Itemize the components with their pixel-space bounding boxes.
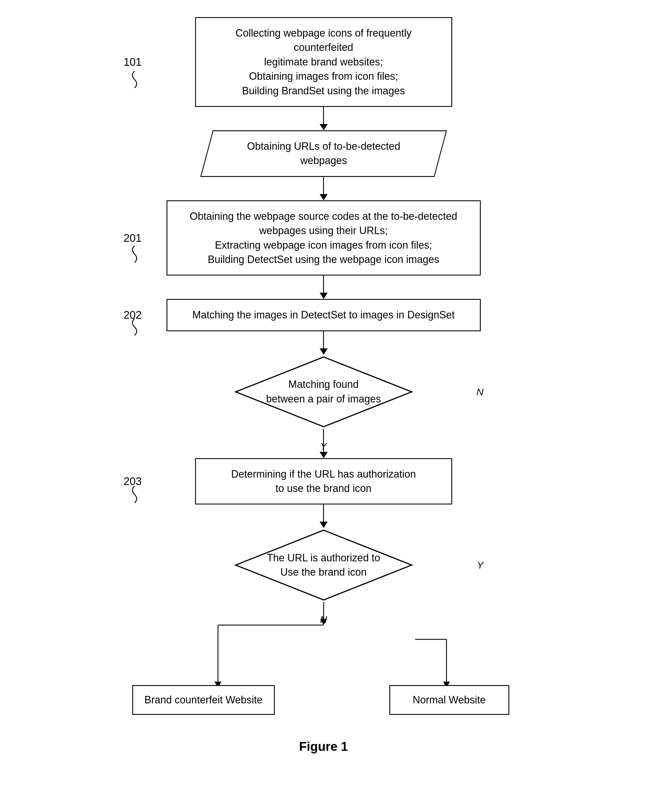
figure-caption: Figure 1 (299, 739, 348, 754)
arrow-head (320, 194, 328, 200)
arrow-line (323, 429, 324, 452)
diamond-1-N-label: N (476, 386, 484, 397)
bottom-connectors: Brand counterfeit Website Normal Website (95, 602, 552, 717)
step-201-label: 201 (124, 232, 142, 244)
box-203-text: Determining if the URL has authorization… (231, 468, 416, 494)
step-203-squiggle (129, 486, 140, 503)
arrow-203-to-diamond2 (320, 504, 328, 528)
step-101-label: 101 (124, 56, 142, 68)
diamond-2-Y-label: Y (477, 560, 484, 571)
arrow-101-to-para (320, 107, 328, 130)
brand-counterfeit-box: Brand counterfeit Website (132, 685, 275, 715)
diamond-2: The URL is authorized to Use the brand i… (232, 528, 415, 602)
parallelogram-text: Obtaining URLs of to-be-detected webpage… (230, 139, 417, 168)
box-201-text: Obtaining the webpage source codes at th… (190, 211, 457, 265)
arrow-202-to-diamond1 (320, 331, 328, 355)
box-201: Obtaining the webpage source codes at th… (166, 200, 481, 276)
arrow-line (323, 276, 324, 293)
normal-website-box: Normal Website (389, 685, 509, 715)
parallelogram-row: Obtaining URLs of to-be-detected webpage… (207, 130, 441, 177)
step-101-row: 101 Collecting webpage icons of frequent… (67, 17, 581, 107)
box-203: Determining if the URL has authorization… (195, 458, 452, 505)
arrow-head (320, 124, 328, 130)
diamond2-row: The URL is authorized to Use the brand i… (67, 528, 581, 602)
arrow-head (320, 452, 328, 458)
step-202-squiggle (129, 318, 140, 336)
arrow-head (320, 348, 328, 355)
svg-marker-3 (320, 619, 327, 625)
box-202: Matching the images in DetectSet to imag… (166, 299, 481, 331)
step-201-row: 201 Obtaining the webpage source codes a… (67, 200, 581, 276)
arrow-para-to-201 (320, 177, 328, 200)
arrow-201-to-202 (320, 276, 328, 299)
normal-website-text: Normal Website (413, 694, 486, 706)
box-202-text: Matching the images in DetectSet to imag… (192, 309, 454, 321)
arrow-line (323, 177, 324, 194)
arrow-diamond1-to-203 (320, 429, 328, 458)
box-101: Collecting webpage icons of frequently c… (195, 17, 452, 107)
arrow-line (323, 331, 324, 348)
arrow-head (320, 522, 328, 528)
step-203-row: 203 Determining if the URL has authoriza… (67, 458, 581, 505)
step-101-squiggle (129, 71, 140, 88)
diamond-2-text: The URL is authorized to Use the brand i… (267, 551, 380, 580)
outcome-brand-counterfeit: Brand counterfeit Website (132, 685, 275, 715)
parallelogram-box: Obtaining URLs of to-be-detected webpage… (200, 130, 447, 177)
outcome-normal-website: Normal Website (389, 685, 509, 715)
arrow-head (320, 293, 328, 299)
step-203-label: 203 (124, 475, 142, 488)
diamond1-row: Matching found between a pair of images … (67, 355, 581, 429)
arrow-line (323, 504, 324, 522)
diamond-1-text: Matching found between a pair of images (266, 377, 381, 406)
brand-counterfeit-text: Brand counterfeit Website (145, 694, 263, 706)
diamond-1: Matching found between a pair of images (232, 355, 415, 429)
diagram-container: 101 Collecting webpage icons of frequent… (67, 17, 581, 717)
step-201-squiggle (129, 246, 140, 263)
step-202-row: 202 Matching the images in DetectSet to … (67, 299, 581, 331)
box-101-text: Collecting webpage icons of frequently c… (235, 27, 411, 97)
arrow-line (323, 107, 324, 124)
